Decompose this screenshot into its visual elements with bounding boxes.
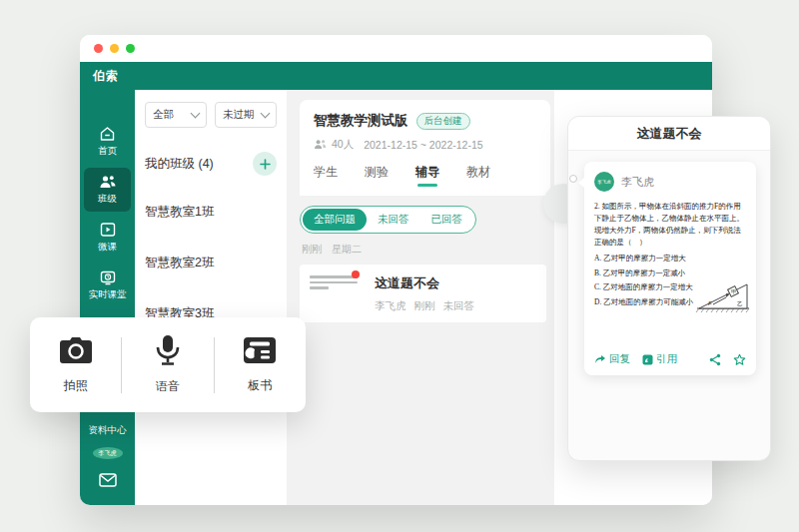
sidebar-item-label: 微课 (98, 241, 117, 254)
reply-button[interactable]: 回复 (594, 352, 630, 366)
sidebar-item-label: 首页 (98, 145, 117, 158)
bubble-anchor-dot (569, 175, 577, 183)
window-titlebar (80, 35, 712, 62)
quote-button[interactable]: 引用 (642, 352, 677, 366)
question-author: 李飞虎 (375, 299, 406, 313)
filter-all-questions[interactable]: 全部问题 (303, 209, 367, 231)
avatar[interactable]: 李飞虎 (93, 447, 123, 459)
question-options: A. 乙对甲的摩擦力一定增大 B. 乙对甲的摩擦力一定减小 C. 乙对地面的摩擦… (594, 254, 700, 307)
svg-text:乙: 乙 (737, 300, 743, 306)
svg-text:F: F (708, 300, 712, 306)
people-icon (99, 174, 117, 190)
option-c: C. 乙对地面的摩擦力一定增大 (594, 282, 700, 292)
svg-text:甲: 甲 (731, 288, 737, 294)
close-window-button[interactable] (94, 44, 103, 53)
board-tool-button[interactable]: 板书 (225, 335, 295, 394)
app-header: 伯索 (80, 62, 712, 90)
tab-tutoring[interactable]: 辅导 (415, 164, 439, 187)
question-filter-group: 全部问题 未回答 已回答 (300, 206, 476, 234)
question-status: 未回答 (443, 299, 475, 313)
sidebar-item-home[interactable]: 首页 (84, 120, 131, 164)
class-list-item[interactable]: 智慧教室2班 (145, 255, 277, 271)
time-labels: 刚刚 星期二 (302, 243, 554, 257)
question-time: 刚刚 (414, 299, 435, 313)
add-class-button[interactable] (253, 152, 277, 176)
question-card[interactable]: 这道题不会 李飞虎 刚刚 未回答 (300, 265, 546, 322)
voice-tool-label: 语音 (156, 378, 180, 395)
share-button[interactable] (709, 353, 721, 366)
class-type-select[interactable]: 全部 (145, 102, 207, 128)
sidebar: 首页 班级 微课 实时课堂 (80, 90, 135, 505)
messages-button[interactable] (99, 473, 117, 491)
class-title: 智慧教学测试版 (314, 112, 408, 130)
class-detail-column: 智慧教学测试版 后台创建 40人 2021-12-15 ~ 2022-12-15… (287, 90, 554, 505)
live-class-icon (100, 269, 116, 285)
sidebar-item-label: 实时课堂 (89, 288, 127, 301)
members-icon (314, 139, 327, 152)
voice-tool-button[interactable]: 语音 (133, 334, 203, 395)
sidebar-item-microlesson[interactable]: 微课 (84, 216, 131, 260)
class-tabs: 学生 测验 辅导 教材 (314, 164, 536, 196)
camera-icon (58, 335, 94, 369)
sidebar-item-label: 班级 (98, 193, 117, 206)
avatar-name: 李飞虎 (99, 449, 117, 458)
sidebar-item-class[interactable]: 班级 (84, 168, 131, 212)
class-expiry-value: 未过期 (223, 108, 255, 122)
sidebar-item-live-class[interactable]: 实时课堂 (84, 264, 131, 307)
question-bubble-card: 李飞虎 李飞虎 2. 如图所示，甲物体在沿斜面的推力F的作用下静止于乙物体上，乙… (584, 162, 756, 375)
quote-icon (642, 354, 653, 365)
envelope-icon (99, 473, 117, 490)
option-a: A. 乙对甲的摩擦力一定增大 (594, 254, 700, 264)
question-thumbnail (310, 273, 358, 301)
filter-unanswered[interactable]: 未回答 (367, 209, 420, 231)
avatar-name: 李飞虎 (597, 180, 611, 185)
reply-icon (594, 354, 606, 364)
favorite-button[interactable] (733, 353, 746, 366)
my-classes-title: 我的班级 (4) (145, 156, 214, 173)
unread-dot (352, 270, 360, 278)
tab-tests[interactable]: 测验 (365, 164, 389, 187)
board-tool-label: 板书 (248, 377, 272, 394)
app-title: 伯索 (93, 68, 119, 85)
option-d: D. 乙对地面的摩擦力可能减小 (594, 297, 700, 307)
toolbar-divider (214, 337, 215, 393)
maximize-window-button[interactable] (126, 44, 135, 53)
filter-answered[interactable]: 已回答 (420, 209, 474, 231)
popup-title: 这道题不会 (568, 117, 770, 151)
sidebar-item-resource-center[interactable]: 资料中心 (89, 424, 127, 437)
lesson-icon (100, 222, 116, 238)
photo-tool-label: 拍照 (64, 377, 88, 394)
capture-toolbar: 拍照 语音 板书 (30, 317, 306, 412)
time-label: 刚刚 (302, 243, 322, 257)
share-icon (709, 353, 721, 366)
quote-label: 引用 (656, 352, 677, 366)
class-header-card: 智慧教学测试版 后台创建 40人 2021-12-15 ~ 2022-12-15… (300, 100, 550, 196)
minimize-window-button[interactable] (110, 44, 119, 53)
reply-label: 回复 (609, 352, 630, 366)
toolbar-divider (121, 337, 122, 393)
photo-tool-button[interactable]: 拍照 (41, 335, 111, 394)
tab-students[interactable]: 学生 (314, 164, 338, 187)
physics-diagram: 甲 F 乙 (695, 277, 751, 317)
question-text: 2. 如图所示，甲物体在沿斜面的推力F的作用下静止于乙物体上，乙物体静止在水平面… (594, 201, 746, 249)
member-count: 40人 (332, 138, 354, 152)
avatar: 李飞虎 (594, 172, 614, 192)
chevron-down-icon (191, 109, 201, 119)
question-detail-popup: 这道题不会 李飞虎 李飞虎 2. 如图所示，甲物体在沿斜面的推力F的作用下静止于… (567, 116, 771, 461)
whiteboard-icon (242, 335, 278, 369)
chevron-down-icon (261, 109, 271, 119)
tab-materials[interactable]: 教材 (466, 164, 490, 187)
plus-icon (260, 159, 271, 170)
date-range: 2021-12-15 ~ 2022-12-15 (364, 139, 482, 151)
class-list-item[interactable]: 智慧教室1班 (145, 204, 277, 221)
class-expiry-select[interactable]: 未过期 (215, 102, 277, 128)
created-by-admin-badge: 后台创建 (416, 113, 470, 130)
microphone-icon (155, 334, 181, 370)
class-list-panel: 全部 未过期 我的班级 (4) 智慧教室1班 智慧教室2班 智慧教室3班 (135, 90, 287, 505)
home-icon (99, 126, 116, 142)
option-b: B. 乙对甲的摩擦力一定减小 (594, 268, 700, 278)
star-icon (733, 353, 746, 366)
popup-author-name: 李飞虎 (621, 175, 654, 190)
question-title: 这道题不会 (375, 274, 474, 292)
time-label: 星期二 (332, 243, 362, 257)
